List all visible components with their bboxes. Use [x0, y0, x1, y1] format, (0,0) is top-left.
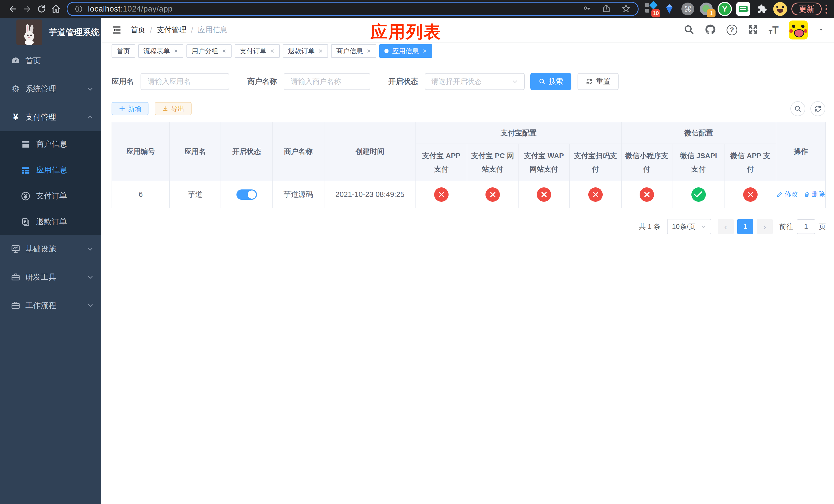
fullscreen-icon[interactable]: [748, 24, 758, 36]
tab-process-form[interactable]: 流程表单: [138, 44, 183, 58]
tab-refund-order[interactable]: 退款订单: [283, 44, 328, 58]
page-size-select[interactable]: 10条/页: [667, 219, 711, 234]
chevron-down-icon: [87, 86, 94, 92]
chrome-menu-icon[interactable]: [823, 5, 829, 14]
monitor-icon: [9, 244, 22, 254]
sidebar-item-infra[interactable]: 基础设施: [0, 235, 101, 263]
tab-user-group[interactable]: 用户分组: [186, 44, 232, 58]
sidebar-item-label: 商户信息: [36, 139, 67, 150]
extensions-puzzle-icon[interactable]: [754, 1, 769, 17]
sidebar-item-label: 工作流程: [25, 300, 87, 311]
pagination: 共 1 条 10条/页 ‹ 1 › 前往 页: [112, 219, 826, 234]
delete-link[interactable]: 删除: [804, 190, 825, 199]
logo-row[interactable]: 芋道管理系统: [0, 18, 101, 47]
col-merchant: 商户名称: [272, 122, 324, 181]
tab-home[interactable]: 首页: [112, 44, 135, 58]
reset-button[interactable]: 重置: [577, 73, 619, 90]
active-dot: [385, 49, 389, 53]
tab-merchant-info[interactable]: 商户信息: [331, 44, 376, 58]
close-icon[interactable]: [222, 49, 226, 53]
close-icon[interactable]: [318, 49, 323, 53]
extension-command-icon[interactable]: ⌘: [680, 1, 696, 17]
github-icon[interactable]: [704, 24, 716, 37]
sidebar-fold-icon[interactable]: [112, 25, 122, 35]
url-bar[interactable]: localhost:1024/pay/app: [67, 2, 639, 16]
col-action: 操作: [776, 122, 826, 181]
table-toolbar: 新增 导出: [112, 101, 826, 116]
breadcrumb-home[interactable]: 首页: [131, 25, 146, 35]
font-size-icon[interactable]: TT: [769, 24, 778, 36]
alipay-wap-status-icon: [537, 187, 551, 202]
show-search-toggle-button[interactable]: [790, 101, 805, 116]
sidebar-menu: 首页 ⚙ 系统管理 ¥ 支付管理: [0, 47, 101, 319]
prev-page-button[interactable]: ‹: [718, 219, 734, 234]
sidebar-item-refund-order[interactable]: 退款订单: [0, 209, 101, 235]
back-icon[interactable]: [6, 2, 20, 16]
table-row: 6 芋道 芋道源码 2021-10-23 08:49:25: [112, 181, 826, 208]
sidebar-item-home[interactable]: 首页: [0, 47, 101, 75]
sidebar-item-merchant-info[interactable]: 商户信息: [0, 131, 101, 157]
filter-form: 应用名 商户名称 开启状态 请选择开启状态 搜索: [112, 73, 826, 90]
extensions-area: 10 ⌘ 1 Y: [643, 1, 788, 17]
logo-rabbit-image: [16, 20, 42, 45]
status-toggle[interactable]: [237, 189, 257, 200]
tab-app-info[interactable]: 应用信息: [379, 44, 432, 58]
sidebar-item-pay[interactable]: ¥ 支付管理: [0, 103, 101, 131]
sidebar-item-app-info[interactable]: 应用信息: [0, 157, 101, 183]
forward-icon[interactable]: [20, 2, 35, 16]
tab-pay-order[interactable]: 支付订单: [235, 44, 280, 58]
chevron-down-icon: [701, 224, 706, 229]
page-info-icon[interactable]: [74, 5, 83, 13]
sidebar-item-dev-tools[interactable]: 研发工具: [0, 263, 101, 291]
edit-link[interactable]: 修改: [776, 190, 798, 199]
next-page-button[interactable]: ›: [757, 219, 773, 234]
goto-page-input[interactable]: [797, 219, 815, 234]
bookmark-star-icon[interactable]: [621, 4, 631, 14]
sidebar-item-label: 支付订单: [36, 191, 67, 201]
export-button[interactable]: 导出: [155, 102, 192, 115]
sidebar-item-label: 首页: [25, 55, 94, 66]
refresh-table-button[interactable]: [810, 101, 825, 116]
col-wx-lite: 微信小程序支付: [621, 144, 672, 181]
extension-chat-icon[interactable]: [736, 1, 751, 17]
reload-icon[interactable]: [35, 2, 49, 16]
sidebar-item-label: 研发工具: [25, 272, 87, 282]
profile-avatar-icon[interactable]: [772, 1, 788, 17]
close-icon[interactable]: [367, 49, 371, 53]
col-status: 开启状态: [221, 122, 272, 181]
password-key-icon[interactable]: [583, 4, 591, 14]
sidebar-item-system[interactable]: ⚙ 系统管理: [0, 75, 101, 103]
extension-avatar-icon[interactable]: 1: [699, 1, 714, 17]
sidebar-item-label: 退款订单: [36, 216, 67, 227]
app-name-label: 应用名: [112, 76, 134, 87]
extension-grid-icon[interactable]: 10: [643, 1, 659, 17]
sidebar-item-pay-order[interactable]: 支付订单: [0, 183, 101, 209]
col-wx-jsapi: 微信 JSAPI 支付: [672, 144, 725, 181]
chrome-update-button[interactable]: 更新: [791, 3, 822, 15]
col-alipay-app: 支付宝 APP 支付: [416, 144, 467, 181]
browser-toolbar: localhost:1024/pay/app 10: [0, 0, 834, 18]
page-unit-label: 页: [819, 222, 826, 231]
page-1-button[interactable]: 1: [737, 219, 753, 234]
header-search-icon[interactable]: [683, 24, 694, 36]
app-name-input[interactable]: [140, 73, 229, 90]
tags-bar: 首页 流程表单 用户分组 支付订单 退款订单 商户信息 应用信息: [101, 42, 834, 60]
breadcrumb-pay[interactable]: 支付管理: [157, 25, 186, 35]
sidebar-item-workflow[interactable]: 工作流程: [0, 291, 101, 319]
close-icon[interactable]: [422, 49, 427, 53]
extension-gem-icon[interactable]: [662, 1, 677, 17]
avatar-caret-icon[interactable]: [818, 26, 824, 33]
help-icon[interactable]: ?: [727, 25, 737, 36]
status-select[interactable]: 请选择开启状态: [425, 73, 525, 90]
alipay-pc-status-icon: [485, 187, 500, 202]
home-icon[interactable]: [49, 2, 63, 16]
app-title: 芋道管理系统: [49, 27, 100, 38]
merchant-name-input[interactable]: [284, 73, 370, 90]
close-icon[interactable]: [174, 49, 178, 53]
add-button[interactable]: 新增: [112, 102, 149, 115]
close-icon[interactable]: [270, 49, 275, 53]
user-avatar[interactable]: [789, 21, 808, 40]
search-button[interactable]: 搜索: [530, 73, 571, 90]
extension-y-icon[interactable]: Y: [717, 1, 732, 17]
share-icon[interactable]: [602, 4, 611, 14]
